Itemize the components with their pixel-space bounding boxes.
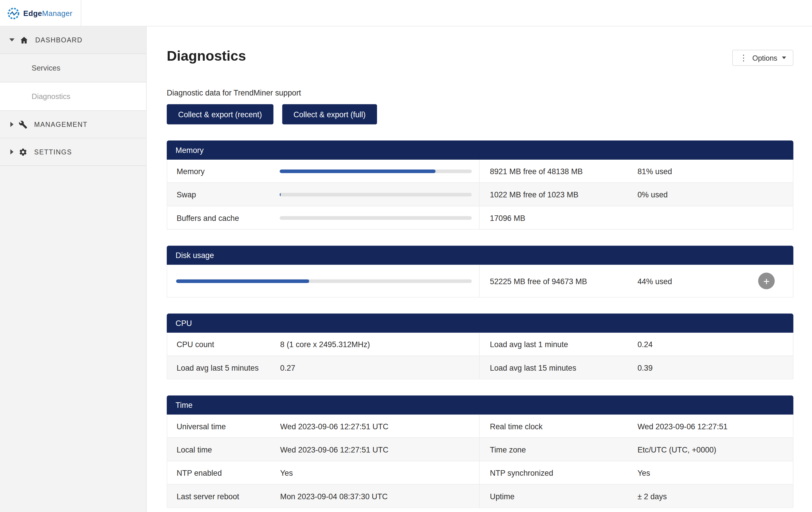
- plus-icon: +: [763, 275, 770, 287]
- brand-logo[interactable]: EdgeManager: [0, 0, 81, 26]
- row-label: Time zone: [480, 445, 638, 454]
- chevron-down-icon: [9, 38, 14, 42]
- row-free-value: 52225 MB free of 94673 MB: [480, 277, 638, 285]
- table-row-time-1: Universal time Wed 2023-09-06 12:27:51 U…: [167, 415, 793, 438]
- row-free-value: 8921 MB free of 48138 MB: [480, 167, 638, 175]
- progress-fill: [280, 169, 435, 173]
- collect-export-recent-button[interactable]: Collect & export (recent): [167, 104, 273, 125]
- table-row-disk: 52225 MB free of 94673 MB 44% used +: [167, 265, 793, 297]
- row-free-value: 1022 MB free of 1023 MB: [480, 190, 638, 198]
- table-row-cpu-1: CPU count 8 (1 core x 2495.312MHz) Load …: [167, 333, 793, 355]
- edgemanager-logo-icon: [7, 6, 20, 20]
- app-window: EdgeManager DASHBOARD Services Diagnosti…: [0, 0, 812, 512]
- row-value: ± 2 days: [637, 492, 793, 501]
- memory-card: Memory Memory 8921 MB free of 48138 MB 8…: [167, 140, 793, 230]
- card-title: Memory: [175, 146, 204, 155]
- row-value: Wed 2023-09-06 12:27:51: [637, 422, 793, 430]
- cpu-card-header: CPU: [167, 314, 793, 333]
- disk-usage-card: Disk usage 52225 MB free of 94673 MB 44%…: [167, 246, 793, 297]
- row-label: Memory: [167, 167, 280, 175]
- table-row-swap: Swap 1022 MB free of 1023 MB 0% used: [167, 183, 793, 206]
- memory-card-header: Memory: [167, 140, 793, 160]
- table-row-time-4: Last server reboot Mon 2023-09-04 08:37:…: [167, 484, 793, 507]
- expand-disk-details-button[interactable]: +: [758, 273, 775, 289]
- row-value: Wed 2023-09-06 12:27:51 UTC: [280, 415, 480, 438]
- row-value: Yes: [280, 461, 480, 484]
- table-row-cpu-2: Load avg last 5 minutes 0.27 Load avg la…: [167, 355, 793, 379]
- row-free-value: 17096 MB: [480, 213, 638, 222]
- top-bar: EdgeManager: [0, 0, 812, 26]
- main-content: Diagnostics ⋮ Options Diagnostic data fo…: [147, 26, 812, 512]
- table-row-memory: Memory 8921 MB free of 48138 MB 81% used: [167, 160, 793, 183]
- sidebar-item-label: SETTINGS: [34, 148, 72, 156]
- disk-card-header: Disk usage: [167, 246, 793, 265]
- row-label: Swap: [167, 190, 280, 198]
- row-label: Load avg last 1 minute: [480, 340, 638, 349]
- export-actions: Collect & export (recent) Collect & expo…: [167, 104, 812, 125]
- page-title: Diagnostics: [167, 48, 793, 64]
- time-card-header: Time: [167, 395, 793, 414]
- card-title: CPU: [175, 319, 192, 327]
- row-value: 8 (1 core x 2495.312MHz): [280, 333, 480, 355]
- sidebar-item-label: DASHBOARD: [35, 36, 82, 44]
- collect-export-full-button[interactable]: Collect & export (full): [282, 104, 377, 125]
- time-card: Time Universal time Wed 2023-09-06 12:27…: [167, 395, 793, 508]
- brand-name: EdgeManager: [23, 9, 72, 18]
- row-label: Real time clock: [480, 422, 638, 430]
- table-row-time-2: Local time Wed 2023-09-06 12:27:51 UTC T…: [167, 437, 793, 461]
- row-label: NTP enabled: [167, 468, 280, 477]
- wrench-icon: [19, 120, 27, 129]
- row-label: NTP synchronized: [480, 468, 638, 477]
- disk-progressbar: [167, 265, 480, 297]
- options-button[interactable]: ⋮ Options: [732, 50, 793, 65]
- swap-progressbar: [280, 183, 480, 206]
- row-value: 0.27: [280, 356, 480, 379]
- row-value: Wed 2023-09-06 12:27:51 UTC: [280, 438, 480, 461]
- row-value: Mon 2023-09-04 08:37:30 UTC: [280, 485, 480, 508]
- row-label: CPU count: [167, 340, 280, 349]
- chevron-right-icon: [10, 149, 13, 155]
- brand-name-bold: Edge: [23, 9, 42, 18]
- row-label: Last server reboot: [167, 492, 280, 501]
- row-label: Universal time: [167, 422, 280, 430]
- sidebar-item-settings[interactable]: SETTINGS: [0, 138, 146, 166]
- row-label: Buffers and cache: [167, 213, 280, 222]
- options-button-label: Options: [752, 54, 777, 62]
- sidebar: DASHBOARD Services Diagnostics MANAGEMEN…: [0, 26, 146, 512]
- cpu-card: CPU CPU count 8 (1 core x 2495.312MHz) L…: [167, 314, 793, 379]
- row-value: 0.39: [637, 363, 793, 372]
- chevron-down-icon: [782, 57, 786, 59]
- sidebar-item-services[interactable]: Services: [0, 54, 146, 82]
- card-title: Disk usage: [175, 251, 214, 260]
- sidebar-item-management[interactable]: MANAGEMENT: [0, 111, 146, 138]
- row-label: Load avg last 15 minutes: [480, 363, 638, 372]
- table-row-time-3: NTP enabled Yes NTP synchronized Yes: [167, 461, 793, 484]
- kebab-icon: ⋮: [740, 54, 748, 62]
- sidebar-item-dashboard[interactable]: DASHBOARD: [0, 26, 146, 54]
- card-title: Time: [175, 401, 193, 409]
- progress-fill: [280, 192, 281, 196]
- sidebar-item-label: MANAGEMENT: [34, 120, 88, 128]
- row-used-value: 81% used: [637, 167, 793, 175]
- brand-name-light: Manager: [42, 9, 72, 18]
- buffers-progressbar: [280, 206, 480, 229]
- row-value: 0.24: [637, 340, 793, 349]
- page-subtitle: Diagnostic data for TrendMiner support: [167, 88, 812, 97]
- chevron-right-icon: [10, 122, 13, 127]
- row-label: Uptime: [480, 492, 638, 501]
- progress-fill: [176, 279, 309, 283]
- row-used-value: 0% used: [637, 190, 793, 198]
- home-icon: [20, 35, 28, 44]
- row-value: Etc/UTC (UTC, +0000): [637, 445, 793, 454]
- row-label: Local time: [167, 445, 280, 454]
- row-label: Load avg last 5 minutes: [167, 363, 280, 372]
- sidebar-item-label: Diagnostics: [32, 92, 70, 101]
- row-value: Yes: [637, 468, 793, 477]
- table-row-buffers: Buffers and cache 17096 MB: [167, 206, 793, 229]
- sidebar-item-label: Services: [32, 64, 60, 72]
- sidebar-item-diagnostics[interactable]: Diagnostics: [0, 82, 146, 111]
- gear-icon: [19, 147, 27, 156]
- memory-progressbar: [280, 160, 480, 183]
